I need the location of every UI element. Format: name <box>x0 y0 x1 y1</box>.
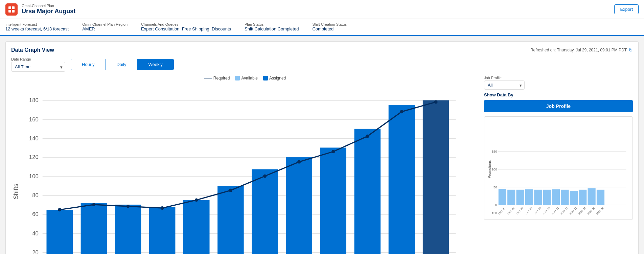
svg-text:60: 60 <box>32 211 39 217</box>
side-chart-svg: Promotions 0 50 100 150 <box>487 119 630 216</box>
info-value-2: AMER <box>82 26 128 31</box>
svg-text:Promotions: Promotions <box>487 160 491 178</box>
bar-2 <box>81 203 107 254</box>
info-value-1: 12 weeks forecast, 6/13 forecast <box>5 26 69 31</box>
header-left: Omni-Channel Plan Ursa Major August <box>5 3 75 16</box>
app-title: Ursa Major August <box>22 8 75 15</box>
svg-text:2021-28: 2021-28 <box>524 207 533 215</box>
graph-view-title: Data Graph View <box>11 47 54 53</box>
line-dot-10 <box>366 135 369 138</box>
svg-text:2021-31: 2021-31 <box>551 207 560 215</box>
tab-hourly[interactable]: Hourly <box>71 59 106 70</box>
export-button[interactable]: Export <box>614 4 639 14</box>
side-bar-4 <box>525 189 533 205</box>
svg-text:50: 50 <box>493 185 497 189</box>
job-profile-label: Job Profile <box>484 76 525 80</box>
tab-weekly[interactable]: Weekly <box>137 59 173 70</box>
date-range-select[interactable]: All Time Last 7 Days Last 30 Days Custom <box>11 62 65 72</box>
side-bar-11 <box>588 188 596 205</box>
svg-text:40: 40 <box>32 230 39 237</box>
bar-12 <box>423 100 449 254</box>
job-profile-select[interactable]: All <box>484 80 525 90</box>
line-dot-3 <box>126 205 130 208</box>
info-label-5: Shift-Creation Status <box>312 22 347 26</box>
svg-text:80: 80 <box>32 192 39 199</box>
main-content: Data Graph View Refreshed on: Thursday, … <box>0 36 644 254</box>
svg-text:2021-36: 2021-36 <box>596 207 604 215</box>
side-bar-1 <box>499 189 506 205</box>
bar-3 <box>115 205 141 254</box>
svg-rect-3 <box>12 10 15 13</box>
info-intelligent-forecast: Intelligent Forecast 12 weeks forecast, … <box>5 22 69 31</box>
legend-assigned: Assigned <box>263 76 286 80</box>
bar-1 <box>47 210 73 254</box>
info-region: Omni-Channel Plan Region AMER <box>82 22 128 31</box>
refresh-text: Refreshed on: Thursday, Jul 29, 2021, 09… <box>530 48 627 52</box>
graph-view-card: Data Graph View Refreshed on: Thursday, … <box>5 41 639 254</box>
svg-text:100: 100 <box>492 167 497 171</box>
bar-7 <box>252 169 278 254</box>
info-label-4: Plan Status <box>245 22 299 26</box>
job-profile-button[interactable]: Job Profile <box>484 100 633 112</box>
legend-available-label: Available <box>241 76 257 80</box>
line-dot-2 <box>92 203 95 206</box>
side-bar-9 <box>570 191 578 205</box>
info-label-3: Channels And Queues <box>141 22 231 26</box>
info-value-3: Expert Consultation, Free Shipping, Disc… <box>141 26 231 31</box>
period-tab-group: Hourly Daily Weekly <box>71 59 174 70</box>
svg-text:120: 120 <box>29 154 39 160</box>
job-profile-header: Job Profile All <box>484 76 633 90</box>
side-bar-2 <box>507 190 515 205</box>
info-label-1: Intelligent Forecast <box>5 22 69 26</box>
side-bar-10 <box>579 190 586 205</box>
svg-text:2021-27: 2021-27 <box>515 207 524 215</box>
bar-11 <box>389 105 415 254</box>
info-bar: Intelligent Forecast 12 weeks forecast, … <box>0 19 644 36</box>
svg-text:0: 0 <box>495 203 497 207</box>
controls-row: Date Range All Time Last 7 Days Last 30 … <box>11 57 633 72</box>
title-group: Omni-Channel Plan Ursa Major August <box>22 4 75 15</box>
side-bar-5 <box>534 190 542 205</box>
side-chart-card: Promotions 0 50 100 150 <box>484 116 633 220</box>
svg-rect-0 <box>8 6 11 9</box>
side-bar-12 <box>597 190 604 205</box>
svg-text:2021-33: 2021-33 <box>569 207 578 215</box>
svg-text:2021-25: 2021-25 <box>498 207 506 215</box>
line-dot-1 <box>58 208 61 211</box>
svg-text:100: 100 <box>29 173 39 180</box>
info-value-4: Shift Calculation Completed <box>245 26 299 31</box>
bar-6 <box>217 186 244 254</box>
tab-daily[interactable]: Daily <box>106 59 138 70</box>
legend-required-label: Required <box>213 76 230 80</box>
line-dot-6 <box>229 189 232 192</box>
refresh-icon[interactable]: ↻ <box>629 47 633 53</box>
svg-text:2021-34: 2021-34 <box>578 207 586 215</box>
side-bar-8 <box>561 190 569 205</box>
chart-legend: Required Available Assigned <box>11 76 479 80</box>
info-shift-status: Shift-Creation Status Completed <box>312 22 347 31</box>
refresh-info: Refreshed on: Thursday, Jul 29, 2021, 09… <box>530 47 633 53</box>
svg-text:20: 20 <box>32 249 39 254</box>
show-data-by-label: Show Data By <box>484 92 633 97</box>
legend-required: Required <box>204 76 230 80</box>
svg-text:Shifts: Shifts <box>12 184 19 199</box>
line-dot-5 <box>195 198 198 202</box>
svg-text:2021-32: 2021-32 <box>560 207 569 215</box>
svg-rect-1 <box>12 6 15 9</box>
line-dot-12 <box>434 100 438 104</box>
date-range-select-wrapper: All Time Last 7 Days Last 30 Days Custom <box>11 62 65 72</box>
app-subtitle: Omni-Channel Plan <box>22 4 75 8</box>
svg-text:2021-26: 2021-26 <box>506 207 515 215</box>
date-range-label: Date Range <box>11 57 65 61</box>
side-bar-3 <box>516 190 524 205</box>
line-dot-8 <box>297 160 301 164</box>
svg-rect-2 <box>8 10 11 13</box>
svg-text:150: 150 <box>492 149 497 153</box>
main-chart: Required Available Assigned Shi <box>11 76 479 254</box>
line-dot-9 <box>331 150 335 153</box>
bar-9 <box>320 147 346 254</box>
line-dot-7 <box>263 175 267 178</box>
bar-10 <box>354 129 381 254</box>
job-profile-select-wrapper: All <box>484 80 525 90</box>
legend-available-icon <box>235 76 240 80</box>
